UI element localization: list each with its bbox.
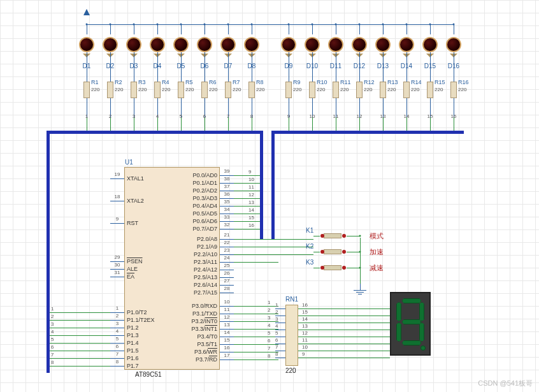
led-D5[interactable]: [173, 37, 189, 52]
segment-b: [419, 302, 424, 321]
segment-dp: [420, 345, 426, 351]
resistor-R15[interactable]: [427, 82, 433, 98]
res-value: 220: [91, 87, 99, 92]
bus-label: 9: [284, 113, 294, 119]
rn-ref: RN1: [285, 296, 298, 303]
push-button-K3[interactable]: [319, 263, 348, 272]
bus-entry: [406, 117, 407, 131]
led-D2[interactable]: [103, 37, 118, 52]
wire: [406, 69, 407, 82]
button-ref: K3: [306, 259, 313, 266]
resistor-R13[interactable]: [380, 82, 386, 98]
wire: [110, 69, 111, 82]
segment-e: [396, 323, 401, 342]
wire: [312, 69, 313, 82]
wire: [289, 69, 289, 82]
chip-part: AT89C51: [135, 371, 162, 378]
wire: [134, 69, 134, 82]
res-label: R7: [233, 79, 240, 85]
resistor-R4[interactable]: [154, 82, 161, 98]
button-cn-label: 加速: [370, 247, 384, 257]
button-ref: K1: [306, 227, 313, 234]
led-D13[interactable]: [375, 37, 391, 52]
led-D12[interactable]: [352, 37, 367, 52]
bus-entry: [252, 117, 252, 131]
wire: [234, 183, 260, 184]
bus-label: 1: [82, 113, 92, 119]
bus-entry: [454, 117, 454, 131]
led-D8[interactable]: [244, 37, 259, 52]
wire: [50, 312, 110, 313]
res-label: R8: [256, 79, 264, 85]
button-ref: K2: [306, 243, 313, 250]
wire: [454, 69, 454, 82]
wire: [50, 328, 110, 328]
bus-label: 6: [199, 113, 210, 119]
push-button-K2[interactable]: [319, 247, 348, 256]
resistor-R9[interactable]: [285, 82, 292, 98]
button-common: [360, 238, 361, 284]
led-D3[interactable]: [126, 37, 141, 52]
bus-entry: [312, 117, 313, 131]
bus-entry: [336, 117, 336, 131]
res-label: R15: [435, 79, 445, 85]
resistor-R2[interactable]: [107, 82, 113, 98]
led-D14[interactable]: [399, 37, 414, 52]
wire: [234, 191, 260, 191]
wire: [50, 320, 110, 321]
bus-label: 2: [105, 113, 115, 119]
resistor-R8[interactable]: [248, 82, 255, 98]
res-value: 220: [209, 87, 217, 92]
led-D15[interactable]: [422, 37, 438, 52]
res-value: 220: [233, 87, 241, 92]
wire: [50, 351, 110, 351]
wire: [234, 175, 260, 176]
resistor-R7[interactable]: [225, 82, 231, 98]
bus-label: 8: [247, 113, 257, 119]
bus-entry: [181, 117, 182, 131]
res-label: R14: [411, 79, 422, 85]
wire: [50, 335, 110, 336]
res-label: R6: [209, 79, 217, 85]
resistor-R1[interactable]: [83, 82, 90, 98]
led-D4[interactable]: [150, 37, 165, 52]
resistor-R3[interactable]: [131, 82, 137, 98]
wire: [50, 366, 110, 367]
rn-val: 220: [285, 367, 296, 374]
bus-label: 5: [176, 113, 186, 119]
vcc-arrow: [83, 9, 90, 15]
res-label: R9: [293, 79, 301, 85]
led-D16[interactable]: [446, 37, 461, 52]
wire: [234, 229, 260, 229]
watermark: CSDN @541板哥: [478, 379, 533, 388]
resistor-R16[interactable]: [450, 82, 457, 98]
res-value: 220: [256, 87, 264, 92]
led-D9[interactable]: [281, 37, 296, 52]
led-D1[interactable]: [79, 37, 94, 52]
resistor-R11[interactable]: [333, 82, 339, 98]
wire: [252, 69, 252, 82]
bus-entry: [289, 117, 289, 131]
wire: [336, 69, 336, 82]
res-value: 220: [364, 87, 372, 92]
res-value: 220: [185, 87, 194, 92]
resistor-R6[interactable]: [201, 82, 208, 98]
bus-segment: [47, 131, 50, 373]
resistor-R5[interactable]: [178, 82, 184, 98]
seven-segment-display[interactable]: [390, 292, 431, 356]
bus-entry: [228, 117, 229, 131]
resistor-R10[interactable]: [309, 82, 315, 98]
push-button-K1[interactable]: [319, 231, 348, 240]
bus-label: 12: [354, 113, 364, 119]
resistor-R14[interactable]: [403, 82, 410, 98]
segment-c: [419, 323, 424, 342]
led-D10[interactable]: [305, 37, 320, 52]
resistor-R12[interactable]: [356, 82, 363, 98]
led-D6[interactable]: [197, 37, 212, 52]
led-D7[interactable]: [220, 37, 236, 52]
vcc-rail: [87, 24, 454, 25]
res-label: R4: [162, 79, 169, 85]
led-D11[interactable]: [328, 37, 343, 52]
bus-entry: [430, 117, 431, 131]
resistor-network[interactable]: [285, 305, 298, 366]
